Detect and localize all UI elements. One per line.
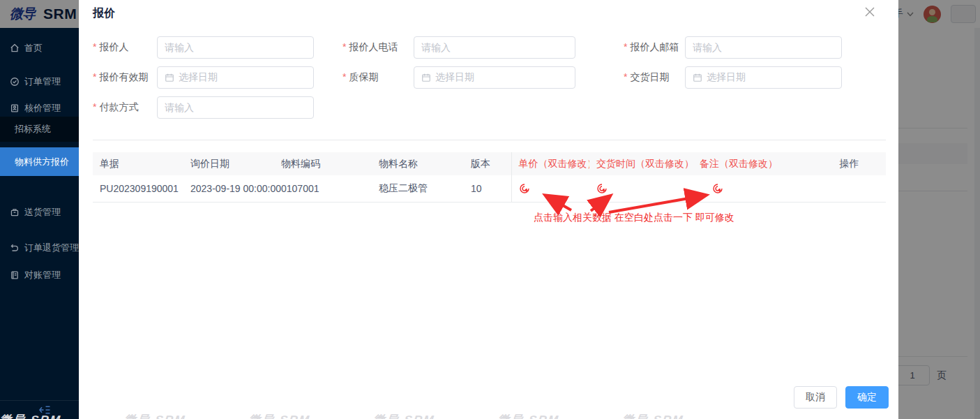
field-label: 报价人 (93, 41, 157, 54)
sidebar-item-orders[interactable]: 订单管理 (0, 73, 79, 90)
cell-doc-no: PU202309190001 (93, 175, 183, 202)
datepicker-placeholder: 选择日期 (179, 71, 218, 84)
modal-footer: 取消 确定 (794, 386, 889, 409)
sidebar: 首页 订单管理 核价管理 招标系统 物料供方报价 送货管理 订单退货管理 对账管… (0, 28, 79, 419)
field-label: 质保期 (342, 71, 414, 84)
payment-method-input[interactable] (165, 102, 306, 113)
sidebar-item-label: 订单退货管理 (24, 242, 79, 254)
ledger-book-icon (10, 270, 20, 280)
field-delivery-date: 交货日期 选择日期 (624, 66, 882, 89)
order-check-icon (10, 77, 20, 87)
sidebar-item-home[interactable]: 首页 (0, 40, 79, 57)
sidebar-item-order-returns[interactable]: 订单退货管理 (0, 240, 79, 256)
col-material-name: 物料名称 (372, 152, 464, 175)
quoter-input[interactable] (165, 42, 306, 53)
field-label: 交货日期 (624, 71, 685, 84)
field-warranty: 质保期 选择日期 (342, 66, 618, 89)
sidebar-item-delivery[interactable]: 送货管理 (0, 204, 79, 221)
quoter-phone-input[interactable] (421, 42, 568, 53)
section-divider (93, 140, 886, 140)
sidebar-item-label: 核价管理 (24, 102, 61, 115)
col-inquiry-date: 询价日期 (183, 152, 274, 175)
field-label: 报价有效期 (93, 71, 157, 84)
quotation-form: 报价人 报价人电话 报价人邮箱 报价有效期 选择日期 (93, 36, 886, 119)
table-header-row: 单据 询价日期 物料编码 物料名称 版本 单价（双击修改） 交货时间（双击修改）… (93, 152, 886, 175)
return-arrow-icon (10, 243, 20, 253)
cell-material-name: 稳压二极管 (372, 175, 464, 202)
sidebar-item-label: 订单管理 (24, 75, 61, 88)
calendar-icon (421, 73, 431, 82)
modal-title: 报价 (93, 6, 115, 21)
close-icon[interactable] (864, 6, 876, 18)
delivery-date-datepicker[interactable]: 选择日期 (685, 66, 842, 89)
pricing-badge-icon (10, 103, 20, 113)
click-to-edit-icon (712, 183, 723, 194)
field-quoter-phone: 报价人电话 (342, 36, 618, 59)
warranty-datepicker[interactable]: 选择日期 (414, 66, 575, 89)
click-to-edit-icon (519, 183, 530, 194)
cell-actions (813, 175, 886, 202)
col-material-code: 物料编码 (274, 152, 372, 175)
collapse-sidebar-icon[interactable] (38, 405, 51, 417)
quote-validity-datepicker[interactable]: 选择日期 (157, 66, 314, 89)
col-actions: 操作 (813, 152, 886, 175)
sidebar-divider (0, 400, 79, 401)
delivery-box-icon (10, 207, 20, 217)
sidebar-item-reconciliation[interactable]: 对账管理 (0, 267, 79, 284)
home-icon (10, 43, 20, 53)
sidebar-item-label: 对账管理 (24, 269, 61, 281)
sidebar-item-label: 招标系统 (15, 123, 51, 135)
calendar-icon (165, 73, 174, 82)
datepicker-placeholder: 选择日期 (435, 71, 474, 84)
cell-remark-editable[interactable] (693, 175, 813, 202)
cancel-button[interactable]: 取消 (794, 386, 837, 409)
cell-unit-price-editable[interactable] (511, 175, 589, 202)
app-root: 微导 SRM 助手 1 页 首页 订单管理 (0, 0, 980, 419)
confirm-button[interactable]: 确定 (845, 386, 889, 409)
sidebar-item-pricing[interactable]: 核价管理 (0, 100, 79, 117)
sidebar-subitem-supplier-quote[interactable]: 物料供方报价 (0, 147, 79, 176)
col-doc-no: 单据 (93, 152, 183, 175)
cell-delivery-time-editable[interactable] (589, 175, 693, 202)
table-row: PU202309190001 2023-09-19 00:00:00 01070… (93, 175, 886, 202)
field-label: 报价人电话 (342, 41, 414, 54)
cell-inquiry-date: 2023-09-19 00:00:00 (183, 175, 274, 202)
quoter-email-input[interactable] (693, 42, 834, 53)
sidebar-item-label: 首页 (24, 42, 43, 54)
edit-hint-annotation: 点击输入相关数据 在空白处点击一下 即可修改 (534, 212, 734, 224)
click-to-edit-icon (596, 183, 608, 194)
quotation-modal: 报价 报价人 报价人电话 报价人邮箱 (79, 0, 898, 419)
sidebar-subitem-bidding[interactable]: 招标系统 (0, 117, 79, 142)
sidebar-item-label: 送货管理 (24, 206, 61, 219)
field-label: 付款方式 (93, 101, 157, 114)
field-quoter-email: 报价人邮箱 (624, 36, 882, 59)
field-quoter: 报价人 (93, 36, 337, 59)
field-quote-validity: 报价有效期 选择日期 (93, 66, 337, 89)
quote-items-table: 单据 询价日期 物料编码 物料名称 版本 单价（双击修改） 交货时间（双击修改）… (93, 152, 886, 203)
datepicker-placeholder: 选择日期 (707, 71, 746, 84)
sidebar-item-label: 物料供方报价 (15, 156, 69, 168)
field-label: 报价人邮箱 (624, 41, 685, 54)
col-delivery-time: 交货时间（双击修改） (589, 152, 693, 175)
col-version: 版本 (464, 152, 511, 175)
field-payment-method: 付款方式 (93, 96, 337, 119)
calendar-icon (693, 73, 702, 82)
col-unit-price: 单价（双击修改） (511, 152, 589, 175)
cell-material-code: 0107001 (274, 175, 372, 202)
col-remark: 备注（双击修改） (693, 152, 813, 175)
cell-version: 10 (464, 175, 511, 202)
